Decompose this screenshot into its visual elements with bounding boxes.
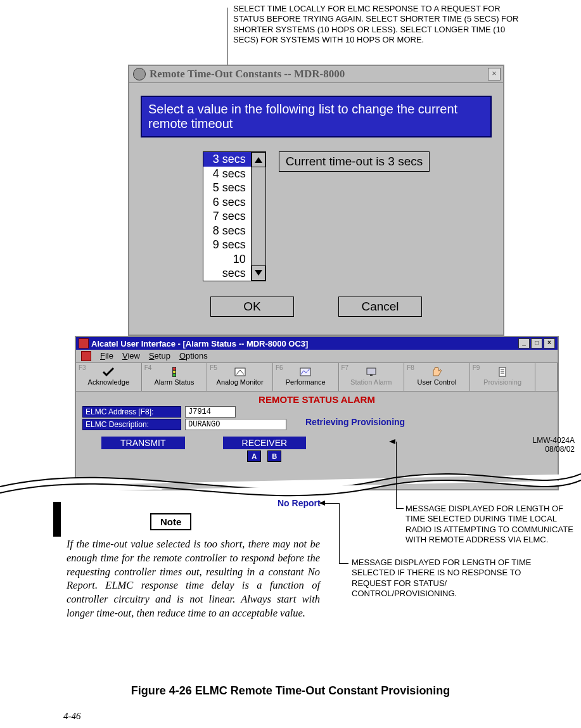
svg-rect-8: [499, 367, 506, 376]
elmc-address-field[interactable]: J7914: [185, 406, 236, 418]
toolbar: F3Acknowledge F4Alarm Status F5Analog Mo…: [76, 362, 558, 392]
tb-analog-monitor[interactable]: F5Analog Monitor: [207, 363, 273, 391]
note-body: If the time-out value selected is too sh…: [67, 537, 320, 620]
app-icon: [79, 338, 89, 348]
maximize-button[interactable]: □: [531, 338, 542, 348]
remote-status-heading: REMOTE STATUS ALARM: [82, 394, 551, 405]
scroll-down-button[interactable]: [252, 265, 265, 281]
receiver-header: RECEIVER: [223, 437, 307, 449]
note-label: Note: [150, 513, 191, 530]
tb-acknowledge[interactable]: F3Acknowledge: [76, 363, 142, 391]
arrow-head-icon: [389, 439, 395, 444]
leader-line: [396, 442, 397, 508]
elmc-description-label: ELMC Description:: [82, 419, 181, 430]
chevron-up-icon: [255, 157, 262, 163]
document-id: LMW-4024A 08/08/02: [533, 436, 575, 454]
page-tab-decoration: [53, 502, 61, 537]
app-icon: [81, 351, 91, 361]
figure-caption: Figure 4-26 ELMC Remote Time-Out Constan…: [0, 684, 581, 698]
annotation-top: SELECT TIME LOCALLY FOR ELMC RESPONSE TO…: [233, 4, 525, 45]
cancel-button[interactable]: Cancel: [338, 297, 422, 317]
transmit-header: TRANSMIT: [101, 437, 185, 449]
list-item[interactable]: 10 secs: [203, 252, 251, 281]
timeout-listbox[interactable]: 3 secs 4 secs 5 secs 6 secs 7 secs 8 sec…: [203, 151, 266, 281]
tb-spacer: [535, 363, 558, 391]
scrollbar[interactable]: [251, 152, 265, 281]
timeout-dialog: Remote Time-Out Constants -- MDR-8000 × …: [128, 65, 504, 336]
alarm-status-window: Alcatel User Interface - [Alarm Status -…: [75, 336, 559, 490]
list-item[interactable]: 3 secs: [203, 152, 251, 167]
elmc-description-field[interactable]: DURANGO: [185, 419, 286, 430]
leader-line: [396, 508, 404, 509]
dialog-title-text: Remote Time-Out Constants -- MDR-8000: [150, 68, 345, 80]
page-number: 4-46: [63, 711, 81, 722]
list-item[interactable]: 6 secs: [203, 195, 251, 210]
monitor-icon: [365, 367, 378, 377]
retrieving-message: Retrieving Provisioning: [305, 417, 405, 427]
svg-point-3: [173, 374, 176, 376]
menu-file[interactable]: FFileile: [100, 351, 113, 361]
traffic-light-icon: [168, 367, 181, 377]
list-item[interactable]: 4 secs: [203, 167, 251, 181]
annotation-no-report: MESSAGE DISPLAYED FOR LENGTH OF TIME SEL…: [352, 558, 535, 599]
rx-a-tag: A: [247, 450, 261, 462]
check-icon: [102, 367, 115, 377]
list-item[interactable]: 5 secs: [203, 181, 251, 195]
tb-station-alarm[interactable]: F7Station Alarm: [339, 363, 405, 391]
tb-user-control[interactable]: F8User Control: [404, 363, 470, 391]
tb-performance[interactable]: F6Performance: [273, 363, 339, 391]
close-button[interactable]: ×: [544, 338, 555, 348]
scroll-up-button[interactable]: [252, 152, 265, 167]
close-button[interactable]: ×: [488, 68, 501, 80]
tb-provisioning[interactable]: F9Provisioning: [470, 363, 536, 391]
tb-alarm-status[interactable]: F4Alarm Status: [142, 363, 208, 391]
chart-icon: [299, 367, 312, 377]
svg-point-2: [173, 371, 176, 373]
app-titlebar: Alcatel User Interface - [Alarm Status -…: [76, 337, 558, 350]
leader-line: [339, 563, 348, 564]
chevron-down-icon: [255, 270, 262, 276]
rx-b-tag: B: [267, 450, 281, 462]
app-icon: [133, 68, 146, 80]
timeout-list-items[interactable]: 3 secs 4 secs 5 secs 6 secs 7 secs 8 sec…: [203, 152, 251, 281]
document-icon: [496, 367, 509, 377]
menu-setup[interactable]: Setup: [149, 351, 170, 361]
list-item[interactable]: 7 secs: [203, 209, 251, 224]
list-item[interactable]: 8 secs: [203, 224, 251, 238]
dialog-instruction: Select a value in the following list to …: [141, 96, 492, 137]
svg-point-1: [173, 367, 176, 370]
dialog-titlebar: Remote Time-Out Constants -- MDR-8000 ×: [129, 66, 503, 83]
menu-options[interactable]: Options: [179, 351, 208, 361]
leader-line: [339, 503, 340, 563]
app-title-text: Alcatel User Interface - [Alarm Status -…: [91, 339, 308, 348]
list-item[interactable]: 9 secs: [203, 238, 251, 252]
hand-icon: [430, 367, 443, 377]
current-timeout-label: Current time-out is 3 secs: [279, 151, 430, 172]
gauge-icon: [234, 367, 246, 377]
menu-view[interactable]: View: [122, 351, 140, 361]
annotation-retrieving: MESSAGE DISPLAYED FOR LENGTH OF TIME SEL…: [405, 504, 577, 545]
minimize-button[interactable]: _: [518, 338, 530, 348]
no-report-message: No Report: [278, 498, 321, 508]
svg-rect-6: [367, 368, 376, 374]
menu-bar: FFileile View Setup Options: [76, 350, 558, 362]
leader-line: [325, 503, 339, 504]
ok-button[interactable]: OK: [210, 297, 294, 317]
svg-rect-7: [370, 374, 373, 376]
elmc-address-label: ELMC Address [F8]:: [82, 406, 181, 418]
